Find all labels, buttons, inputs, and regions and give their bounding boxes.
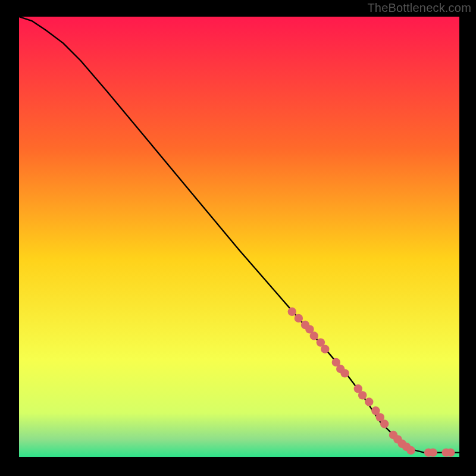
curve-marker bbox=[288, 308, 296, 316]
curve-marker bbox=[406, 446, 415, 455]
chart-background bbox=[19, 17, 459, 457]
chart-plot-area bbox=[19, 17, 459, 457]
watermark-text: TheBottleneck.com bbox=[367, 1, 471, 15]
curve-marker bbox=[340, 369, 349, 377]
chart-stage: TheBottleneck.com bbox=[0, 0, 476, 476]
curve-marker bbox=[428, 448, 437, 456]
curve-marker bbox=[321, 345, 329, 353]
curve-marker bbox=[295, 314, 303, 322]
curve-marker bbox=[365, 397, 373, 406]
curve-marker bbox=[380, 419, 389, 428]
chart-svg bbox=[19, 17, 459, 457]
curve-marker bbox=[310, 331, 318, 340]
curve-marker bbox=[446, 448, 455, 456]
curve-marker bbox=[358, 391, 367, 399]
